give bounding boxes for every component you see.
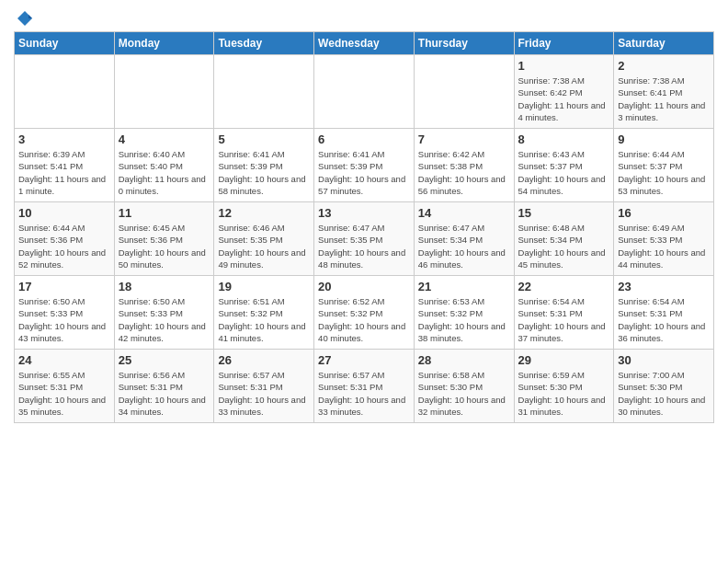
day-info: Sunrise: 6:40 AM Sunset: 5:40 PM Dayligh… [119,148,210,197]
day-info: Sunrise: 6:46 AM Sunset: 5:35 PM Dayligh… [218,222,310,270]
day-number: 28 [418,353,510,367]
day-number: 26 [218,353,310,367]
day-info: Sunrise: 6:52 AM Sunset: 5:32 PM Dayligh… [318,295,410,344]
day-info: Sunrise: 6:48 AM Sunset: 5:34 PM Dayligh… [518,222,610,270]
day-number: 22 [518,280,610,293]
calendar-table: SundayMondayTuesdayWednesdayThursdayFrid… [14,31,714,423]
calendar-cell: 11Sunrise: 6:45 AM Sunset: 5:36 PM Dayli… [114,202,214,276]
day-number: 23 [618,280,710,293]
calendar-cell: 26Sunrise: 6:57 AM Sunset: 5:31 PM Dayli… [214,350,314,423]
day-info: Sunrise: 6:57 AM Sunset: 5:31 PM Dayligh… [218,369,310,418]
calendar-cell [114,55,214,129]
day-info: Sunrise: 6:39 AM Sunset: 5:41 PM Dayligh… [18,148,110,197]
calendar-cell [414,55,514,129]
day-number: 25 [119,353,210,367]
calendar-cell: 13Sunrise: 6:47 AM Sunset: 5:35 PM Dayli… [314,202,415,276]
column-header-friday: Friday [514,32,614,55]
day-info: Sunrise: 6:49 AM Sunset: 5:33 PM Dayligh… [618,222,710,270]
calendar-cell: 30Sunrise: 7:00 AM Sunset: 5:30 PM Dayli… [614,350,714,423]
day-info: Sunrise: 7:00 AM Sunset: 5:30 PM Dayligh… [618,369,710,418]
calendar-cell: 2Sunrise: 7:38 AM Sunset: 6:41 PM Daylig… [614,55,714,129]
calendar-cell: 18Sunrise: 6:50 AM Sunset: 5:33 PM Dayli… [114,276,214,350]
day-number: 14 [418,206,510,220]
calendar-cell [214,55,314,129]
day-info: Sunrise: 6:59 AM Sunset: 5:30 PM Dayligh… [518,369,610,418]
day-info: Sunrise: 6:41 AM Sunset: 5:39 PM Dayligh… [318,148,410,197]
column-header-sunday: Sunday [15,32,115,55]
calendar-cell: 17Sunrise: 6:50 AM Sunset: 5:33 PM Dayli… [15,276,115,350]
calendar-week-row: 17Sunrise: 6:50 AM Sunset: 5:33 PM Dayli… [15,276,714,350]
logo [14,9,34,24]
day-number: 2 [618,59,710,73]
day-number: 9 [618,132,710,146]
calendar-week-row: 3Sunrise: 6:39 AM Sunset: 5:41 PM Daylig… [15,129,714,202]
calendar-cell: 6Sunrise: 6:41 AM Sunset: 5:39 PM Daylig… [314,129,415,202]
day-info: Sunrise: 6:47 AM Sunset: 5:34 PM Dayligh… [418,222,510,270]
day-info: Sunrise: 6:53 AM Sunset: 5:32 PM Dayligh… [418,295,510,344]
column-header-wednesday: Wednesday [314,32,415,55]
calendar-cell: 19Sunrise: 6:51 AM Sunset: 5:32 PM Dayli… [214,276,314,350]
calendar-body: 1Sunrise: 7:38 AM Sunset: 6:42 PM Daylig… [15,55,714,423]
column-header-saturday: Saturday [614,32,714,55]
calendar-cell: 8Sunrise: 6:43 AM Sunset: 5:37 PM Daylig… [514,129,614,202]
calendar-cell: 12Sunrise: 6:46 AM Sunset: 5:35 PM Dayli… [214,202,314,276]
day-number: 18 [119,280,210,293]
calendar-cell: 20Sunrise: 6:52 AM Sunset: 5:32 PM Dayli… [314,276,415,350]
calendar-week-row: 1Sunrise: 7:38 AM Sunset: 6:42 PM Daylig… [15,55,714,129]
calendar-cell: 3Sunrise: 6:39 AM Sunset: 5:41 PM Daylig… [15,129,115,202]
day-number: 19 [218,280,310,293]
day-info: Sunrise: 6:50 AM Sunset: 5:33 PM Dayligh… [18,295,110,344]
day-info: Sunrise: 6:57 AM Sunset: 5:31 PM Dayligh… [318,369,410,418]
day-number: 30 [618,353,710,367]
day-info: Sunrise: 6:42 AM Sunset: 5:38 PM Dayligh… [418,148,510,197]
calendar-cell: 10Sunrise: 6:44 AM Sunset: 5:36 PM Dayli… [15,202,115,276]
day-info: Sunrise: 6:55 AM Sunset: 5:31 PM Dayligh… [18,369,110,418]
calendar-cell: 4Sunrise: 6:40 AM Sunset: 5:40 PM Daylig… [114,129,214,202]
calendar-cell: 23Sunrise: 6:54 AM Sunset: 5:31 PM Dayli… [614,276,714,350]
calendar-cell: 27Sunrise: 6:57 AM Sunset: 5:31 PM Dayli… [314,350,415,423]
day-info: Sunrise: 6:43 AM Sunset: 5:37 PM Dayligh… [518,148,610,197]
day-info: Sunrise: 6:56 AM Sunset: 5:31 PM Dayligh… [119,369,210,418]
calendar-cell [15,55,115,129]
day-info: Sunrise: 6:44 AM Sunset: 5:37 PM Dayligh… [618,148,710,197]
calendar-cell: 16Sunrise: 6:49 AM Sunset: 5:33 PM Dayli… [614,202,714,276]
calendar-cell: 28Sunrise: 6:58 AM Sunset: 5:30 PM Dayli… [414,350,514,423]
day-number: 3 [18,132,110,146]
day-info: Sunrise: 6:54 AM Sunset: 5:31 PM Dayligh… [618,295,710,344]
day-number: 5 [218,132,310,146]
day-number: 21 [418,280,510,293]
day-number: 12 [218,206,310,220]
day-info: Sunrise: 6:41 AM Sunset: 5:39 PM Dayligh… [218,148,310,197]
day-info: Sunrise: 7:38 AM Sunset: 6:41 PM Dayligh… [618,75,710,123]
day-info: Sunrise: 6:50 AM Sunset: 5:33 PM Dayligh… [119,295,210,344]
calendar-cell: 9Sunrise: 6:44 AM Sunset: 5:37 PM Daylig… [614,129,714,202]
calendar-week-row: 10Sunrise: 6:44 AM Sunset: 5:36 PM Dayli… [15,202,714,276]
day-info: Sunrise: 6:44 AM Sunset: 5:36 PM Dayligh… [18,222,110,270]
day-number: 8 [518,132,610,146]
day-info: Sunrise: 6:58 AM Sunset: 5:30 PM Dayligh… [418,369,510,418]
calendar-cell: 1Sunrise: 7:38 AM Sunset: 6:42 PM Daylig… [514,55,614,129]
day-number: 10 [18,206,110,220]
day-number: 20 [318,280,410,293]
day-number: 24 [18,353,110,367]
day-number: 16 [618,206,710,220]
calendar-cell: 15Sunrise: 6:48 AM Sunset: 5:34 PM Dayli… [514,202,614,276]
day-info: Sunrise: 6:54 AM Sunset: 5:31 PM Dayligh… [518,295,610,344]
day-number: 27 [318,353,410,367]
day-info: Sunrise: 6:47 AM Sunset: 5:35 PM Dayligh… [318,222,410,270]
day-number: 17 [18,280,110,293]
logo-icon [16,9,34,28]
calendar-cell: 25Sunrise: 6:56 AM Sunset: 5:31 PM Dayli… [114,350,214,423]
day-number: 1 [518,59,610,73]
day-number: 6 [318,132,410,146]
column-header-tuesday: Tuesday [214,32,314,55]
day-number: 29 [518,353,610,367]
calendar-cell [314,55,415,129]
column-header-monday: Monday [114,32,214,55]
calendar-cell: 21Sunrise: 6:53 AM Sunset: 5:32 PM Dayli… [414,276,514,350]
page-header [14,9,714,24]
calendar-cell: 5Sunrise: 6:41 AM Sunset: 5:39 PM Daylig… [214,129,314,202]
day-number: 7 [418,132,510,146]
calendar-cell: 24Sunrise: 6:55 AM Sunset: 5:31 PM Dayli… [15,350,115,423]
calendar-cell: 14Sunrise: 6:47 AM Sunset: 5:34 PM Dayli… [414,202,514,276]
